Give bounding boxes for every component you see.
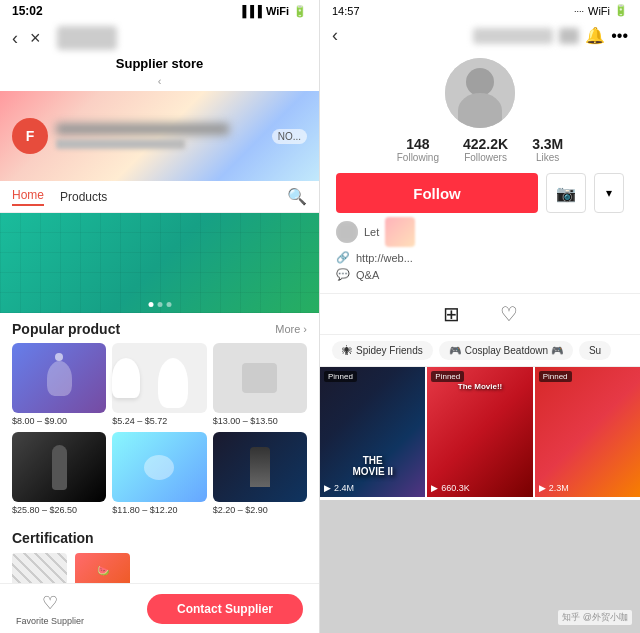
left-panel: 15:02 ▐▐▐ WiFi 🔋 ‹ × Supplier store ‹ F xyxy=(0,0,320,633)
playlist-item-1[interactable]: 🕷 Spidey Friends xyxy=(332,341,433,360)
right-nav-icons: 🔔 ••• xyxy=(473,26,628,45)
product-item-6[interactable]: $2.20 – $2.90 xyxy=(213,432,307,515)
product-price-4: $25.80 – $26.50 xyxy=(12,505,106,515)
watermark: 知乎 @外贸小咖 xyxy=(558,610,632,625)
followers-count: 422.2K xyxy=(463,136,508,152)
bio-link-item[interactable]: 🔗 http://web... xyxy=(336,251,624,264)
products-nav[interactable]: Products xyxy=(60,190,107,204)
cert-title: Certification xyxy=(12,530,94,546)
instagram-button[interactable]: 📷 xyxy=(546,173,586,213)
product-price-6: $2.20 – $2.90 xyxy=(213,505,307,515)
follow-row: Follow 📷 ▾ xyxy=(336,173,624,213)
video-text-1: THE MOVIE II xyxy=(320,455,425,477)
supplier-logo: F xyxy=(12,118,48,154)
following-count: 148 xyxy=(406,136,429,152)
signal-icon: ▐▐▐ xyxy=(238,5,261,17)
product-img-1 xyxy=(12,343,106,413)
dropdown-button[interactable]: ▾ xyxy=(594,173,624,213)
bio-avatar-item: Let xyxy=(336,217,624,247)
left-status-bar: 15:02 ▐▐▐ WiFi 🔋 xyxy=(0,0,319,22)
bio-text: Let xyxy=(364,226,379,238)
battery-right-icon: 🔋 xyxy=(614,4,628,17)
bio-image-blur xyxy=(385,217,415,247)
follow-button[interactable]: Follow xyxy=(336,173,538,213)
right-panel: 14:57 ···· WiFi 🔋 ‹ 🔔 ••• xyxy=(320,0,640,633)
dot-1 xyxy=(148,302,153,307)
video-item-1[interactable]: Pinned THE MOVIE II ▶ 2.4M xyxy=(320,367,425,497)
playlist-row: 🕷 Spidey Friends 🎮 Cosplay Beatdown 🎮 Su xyxy=(320,335,640,367)
followers-label: Followers xyxy=(464,152,507,163)
no-label: NO... xyxy=(272,129,307,144)
chevron-down-icon: ▾ xyxy=(606,186,612,200)
username-blur xyxy=(473,28,553,44)
product-item-1[interactable]: $8.00 – $9.00 xyxy=(12,343,106,426)
likes-count: 3.3M xyxy=(532,136,563,152)
product-img-4 xyxy=(12,432,106,502)
link-icon: 🔗 xyxy=(336,251,350,264)
video-text-2: The Movie!! xyxy=(427,382,532,391)
brand-logo xyxy=(57,26,117,50)
playlist-label-3: Su xyxy=(589,345,601,356)
video-item-2[interactable]: Pinned The Movie!! ▶ 660.3K xyxy=(427,367,532,497)
back-button[interactable]: ‹ xyxy=(12,28,18,49)
playlist-icon-2: 🎮 xyxy=(449,345,461,356)
supplier-name-blur xyxy=(56,123,229,135)
product-item-5[interactable]: $11.80 – $12.20 xyxy=(112,432,206,515)
left-nav-bar: ‹ × xyxy=(0,22,319,56)
popular-product-header: Popular product More › xyxy=(0,313,319,343)
product-img-5 xyxy=(112,432,206,502)
product-item-2[interactable]: $5.24 – $5.72 xyxy=(112,343,206,426)
product-img-2 xyxy=(112,343,206,413)
instagram-icon: 📷 xyxy=(556,184,576,203)
likes-stat: 3.3M Likes xyxy=(532,136,563,163)
qa-item[interactable]: 💬 Q&A xyxy=(336,268,624,281)
heart-tab[interactable]: ♡ xyxy=(500,302,518,326)
right-time: 14:57 xyxy=(332,5,360,17)
favorite-label: Favorite Supplier xyxy=(16,616,84,626)
playlist-item-3[interactable]: Su xyxy=(579,341,611,360)
favorite-button[interactable]: ♡ Favorite Supplier xyxy=(16,592,84,626)
more-link[interactable]: More › xyxy=(275,323,307,335)
views-2: 660.3K xyxy=(441,483,470,493)
video-grid: Pinned THE MOVIE II ▶ 2.4M Pinned The Mo… xyxy=(320,367,640,500)
search-icon[interactable]: 🔍 xyxy=(287,187,307,206)
profile-bio: Let 🔗 http://web... 💬 Q&A xyxy=(336,213,624,285)
qa-icon: 💬 xyxy=(336,268,350,281)
supplier-detail-blur xyxy=(56,139,185,149)
product-price-3: $13.00 – $13.50 xyxy=(213,416,307,426)
product-price-5: $11.80 – $12.20 xyxy=(112,505,206,515)
views-3: 2.3M xyxy=(549,483,569,493)
popular-product-title: Popular product xyxy=(12,321,120,337)
dot-3 xyxy=(166,302,171,307)
pinned-badge-2: Pinned xyxy=(431,371,464,382)
close-button[interactable]: × xyxy=(30,28,41,49)
banner-img-inner xyxy=(0,213,319,313)
left-time: 15:02 xyxy=(12,4,43,18)
avatar xyxy=(445,58,515,128)
following-label: Following xyxy=(397,152,439,163)
grid-tab[interactable]: ⊞ xyxy=(443,302,460,326)
following-stat: 148 Following xyxy=(397,136,439,163)
video-stats-1: ▶ 2.4M xyxy=(324,483,354,493)
product-item-3[interactable]: $13.00 – $13.50 xyxy=(213,343,307,426)
contact-supplier-button[interactable]: Contact Supplier xyxy=(147,594,303,624)
stats-row: 148 Following 422.2K Followers 3.3M Like… xyxy=(336,136,624,163)
product-price-1: $8.00 – $9.00 xyxy=(12,416,106,426)
more-icon[interactable]: ••• xyxy=(611,27,628,45)
right-back-button[interactable]: ‹ xyxy=(332,25,338,46)
home-nav[interactable]: Home xyxy=(12,188,44,206)
qa-label: Q&A xyxy=(356,269,379,281)
bottom-bar: ♡ Favorite Supplier Contact Supplier xyxy=(0,583,319,633)
product-img-6 xyxy=(213,432,307,502)
supplier-info xyxy=(56,123,272,149)
views-1: 2.4M xyxy=(334,483,354,493)
product-grid: $8.00 – $9.00 $5.24 – $5.72 $13.00 – $13… xyxy=(0,343,319,523)
product-item-4[interactable]: $25.80 – $26.50 xyxy=(12,432,106,515)
video-item-3[interactable]: Pinned ▶ 2.3M xyxy=(535,367,640,497)
playlist-label-2: Cosplay Beatdown 🎮 xyxy=(465,345,563,356)
video-stats-3: ▶ 2.3M xyxy=(539,483,569,493)
back-nav: ‹ xyxy=(0,75,319,91)
playlist-item-2[interactable]: 🎮 Cosplay Beatdown 🎮 xyxy=(439,341,573,360)
notification-icon[interactable]: 🔔 xyxy=(585,26,605,45)
page-title: Supplier store xyxy=(0,56,319,75)
